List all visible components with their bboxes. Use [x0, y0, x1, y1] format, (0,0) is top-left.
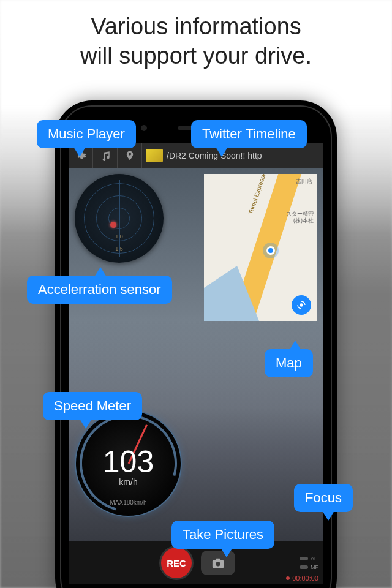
camera-icon	[211, 556, 225, 570]
callout-music: Music Player	[37, 120, 136, 148]
speed-unit: km/h	[76, 477, 181, 487]
speed-max: MAX180km/h	[76, 499, 181, 506]
acceleration-widget[interactable]: 1.0 1.5	[75, 174, 164, 263]
headline-line2: will support your drive.	[80, 43, 312, 69]
record-indicator-dot	[286, 576, 290, 580]
map-recenter-button[interactable]	[292, 295, 311, 315]
phone-camera	[141, 125, 147, 131]
focus-control[interactable]: AF MF	[300, 556, 318, 570]
record-label: REC	[167, 558, 186, 568]
callout-map: Map	[265, 349, 313, 377]
speed-value: 103	[76, 444, 181, 480]
map-poi-1: 吉田店	[296, 178, 312, 186]
accel-indicator-dot	[110, 222, 116, 228]
accel-ring-label-2: 1.5	[115, 246, 123, 252]
accel-ring-label-1: 1.0	[115, 233, 123, 239]
locate-icon	[296, 300, 306, 310]
headline-line1: Various informations	[91, 13, 301, 39]
map-poi-2: スター精密 (株)本社	[277, 211, 314, 224]
callout-focus: Focus	[294, 484, 353, 512]
focus-mf-label: MF	[311, 564, 318, 570]
callout-pics: Take Pictures	[172, 521, 274, 549]
music-icon	[100, 150, 111, 161]
callout-accel: Accelerration sensor	[27, 276, 172, 304]
callout-twitter: Twitter Timeline	[191, 120, 307, 148]
record-button[interactable]: REC	[159, 546, 194, 580]
callout-speed: Speed Meter	[43, 392, 142, 420]
pin-icon	[124, 150, 135, 161]
page-headline: Various informations will support your d…	[0, 12, 392, 70]
record-timer: 00:00:00	[286, 575, 318, 582]
ticker-text: /DR2 Coming Soon!! http	[167, 151, 262, 160]
focus-af-label: AF	[311, 556, 318, 562]
map-current-location	[266, 246, 275, 255]
timer-value: 00:00:00	[292, 575, 318, 582]
map-widget[interactable]: 吉田店 スター精密 (株)本社 Tomei Expressway (Toll r…	[204, 174, 317, 321]
ticker-thumbnail	[146, 149, 163, 162]
